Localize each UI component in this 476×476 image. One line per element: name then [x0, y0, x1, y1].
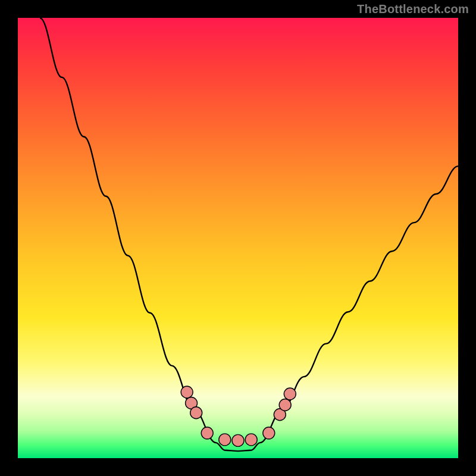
marker-dot	[190, 407, 202, 419]
marker-dot	[219, 434, 231, 446]
highlight-dots	[181, 386, 296, 446]
marker-dot	[284, 388, 296, 400]
marker-dot	[232, 434, 244, 446]
marker-dot	[201, 427, 213, 439]
marker-dot	[279, 399, 291, 411]
chart-svg	[18, 18, 458, 458]
watermark-text: TheBottleneck.com	[357, 2, 469, 16]
marker-dot	[181, 386, 193, 398]
bottleneck-curve	[40, 18, 458, 451]
plot-area	[18, 18, 458, 458]
marker-dot	[263, 427, 275, 439]
marker-dot	[245, 434, 257, 446]
curve-path	[40, 18, 458, 451]
chart-frame: TheBottleneck.com	[0, 0, 476, 476]
